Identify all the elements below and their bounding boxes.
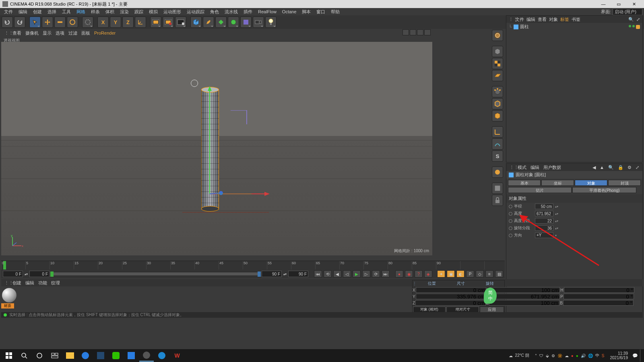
visibility-editor-dot[interactable] [629, 25, 631, 27]
key-options[interactable]: ? [415, 270, 423, 278]
menu-render[interactable]: 渲染 [118, 8, 131, 15]
menu-volume[interactable]: 体积 [103, 8, 117, 15]
menu-motiontrack[interactable]: 运动跟踪 [184, 8, 207, 15]
vp-nav-icon[interactable] [410, 29, 416, 35]
anim-dot[interactable] [509, 205, 512, 208]
render-view[interactable] [150, 16, 161, 28]
attrtab-object[interactable]: 对象 [575, 180, 607, 186]
tray-icon[interactable]: ● [576, 354, 578, 358]
attr-tab-mode[interactable]: 模式 [518, 165, 526, 171]
anim-dot[interactable] [509, 226, 512, 230]
visibility-render-dot[interactable] [632, 25, 635, 27]
objtab-tags[interactable]: 标签 [560, 16, 569, 23]
pla-key[interactable]: ◇ [476, 270, 484, 278]
spinner-icon[interactable]: ▴▾ [555, 219, 558, 223]
timeline[interactable]: 051015202530354045505560657075808590 [1, 261, 505, 269]
redo-button[interactable] [14, 16, 25, 28]
search-icon[interactable]: 🔍 [628, 17, 634, 22]
tray-icon[interactable]: ⬙ [546, 354, 549, 358]
rotate-tool[interactable] [67, 16, 78, 28]
model-mode[interactable] [492, 46, 503, 57]
keyframe-sel[interactable]: ◈ [424, 270, 432, 278]
rot-h[interactable] [564, 287, 634, 293]
pos-z[interactable] [415, 300, 486, 306]
objtab-file[interactable]: 文件 [515, 16, 524, 23]
coord-mode2[interactable]: 绝对尺寸 [446, 306, 479, 313]
attrtab-coord[interactable]: 坐标 [541, 180, 574, 186]
nav-back-icon[interactable]: ◀ [592, 165, 596, 170]
move-gizmo[interactable] [199, 85, 272, 214]
timeline-opts[interactable]: ≡ [485, 270, 493, 278]
add-cube[interactable] [190, 16, 202, 28]
prev-key[interactable]: ◁ [343, 270, 351, 278]
weather-widget[interactable]: ☁22°C 阴 [506, 353, 532, 358]
rot-key[interactable]: ◐ [456, 270, 464, 278]
spinner-icon[interactable]: ▴▾ [283, 272, 287, 276]
x-axis-lock[interactable]: X [97, 16, 109, 28]
tray-volume-icon[interactable]: 🔊 [581, 354, 586, 358]
nav-up-icon[interactable]: ▲ [600, 165, 604, 170]
minimize-button[interactable]: — [596, 0, 611, 8]
dopesheet[interactable]: ▤ [495, 270, 503, 278]
workplane-mode[interactable] [492, 70, 503, 81]
render-pv[interactable] [163, 16, 174, 28]
viewport-solo[interactable] [492, 183, 503, 194]
tray-icon[interactable]: ☁ [565, 354, 569, 358]
range-end-b[interactable] [288, 271, 308, 277]
spinner-icon[interactable]: ▴▾ [25, 272, 28, 276]
height-input[interactable] [535, 211, 553, 216]
menu-mograph[interactable]: 运动图形 [161, 8, 184, 15]
menu-create[interactable]: 创建 [31, 8, 44, 15]
nav-lock-icon[interactable]: 🔒 [618, 165, 623, 170]
vp-nav-icon[interactable] [417, 29, 423, 35]
spinner-icon[interactable]: ▴▾ [555, 212, 558, 216]
anim-dot[interactable] [509, 234, 512, 237]
add-pen[interactable] [203, 16, 214, 28]
pos-key[interactable]: ✦ [437, 270, 445, 278]
nav-search-icon[interactable]: 🔍 [608, 165, 614, 170]
attr-tab-userdata[interactable]: 用户数据 [543, 165, 561, 171]
add-deformer[interactable] [228, 16, 239, 28]
goto-end[interactable]: ⏭ [382, 270, 390, 278]
vp-nav-icon[interactable] [424, 29, 431, 35]
menu-window[interactable]: 窗口 [314, 8, 328, 15]
maximize-button[interactable]: ▭ [611, 0, 626, 8]
spinner-icon[interactable]: ▴▾ [555, 205, 558, 208]
cortana-button[interactable] [32, 350, 47, 362]
radius-input[interactable] [535, 204, 553, 209]
show-desktop[interactable] [640, 350, 642, 362]
size-y[interactable] [489, 294, 560, 299]
attrtab-phong[interactable]: 平滑着色(Phong) [572, 187, 636, 193]
lock-mode[interactable] [492, 195, 503, 206]
layout-dropdown[interactable]: 启动 (用户) [613, 8, 642, 15]
menu-plugin[interactable]: 插件 [241, 8, 255, 15]
next-frame[interactable]: ⟳ [372, 270, 380, 278]
material-slot[interactable]: 材质 [1, 287, 25, 312]
pos-y[interactable] [416, 294, 486, 299]
undo-button[interactable] [2, 16, 13, 28]
vp-menu-panel[interactable]: 面板 [81, 30, 90, 36]
tray-icons[interactable]: ˄ 🛡 ⬙ ⚙ 🔆 ☁ ● ● 🔊 🌐 中 S [533, 353, 607, 358]
vp-menu-view[interactable]: 查看 [12, 30, 21, 36]
attrtab-slice[interactable]: 切片 [508, 187, 572, 193]
z-axis-lock[interactable]: Z [122, 16, 134, 28]
vp-nav-icon[interactable] [402, 29, 409, 35]
wechat-taskbar[interactable] [109, 350, 123, 362]
start-button[interactable] [2, 350, 16, 362]
nav-pin-icon[interactable]: ⚙ [627, 165, 632, 170]
tray-ime-icon[interactable]: 中 [595, 353, 599, 358]
menu-sim[interactable]: 模拟 [147, 8, 160, 15]
vp-menu-filter[interactable]: 过滤 [68, 30, 77, 36]
size-x[interactable] [489, 287, 560, 293]
y-axis-lock[interactable]: Y [110, 16, 121, 28]
add-camera[interactable] [253, 16, 264, 28]
menu-char[interactable]: 角色 [208, 8, 221, 15]
material-preview[interactable] [2, 288, 17, 302]
wps-taskbar[interactable]: W [170, 350, 184, 362]
live-select-tool[interactable] [29, 16, 41, 28]
phong-tag-icon[interactable] [636, 25, 640, 29]
record[interactable]: ● [395, 270, 403, 278]
orientation-dropdown[interactable]: +Y [535, 232, 553, 238]
attrtab-caps[interactable]: 封顶 [608, 180, 641, 186]
menu-mesh[interactable]: 网格 [74, 8, 88, 15]
